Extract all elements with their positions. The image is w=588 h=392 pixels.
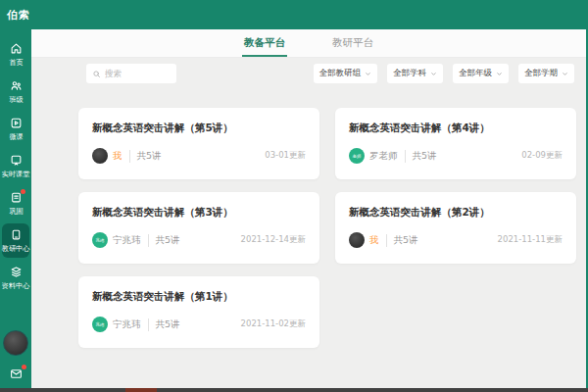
message-button[interactable] xyxy=(9,368,24,380)
course-card-lecture4[interactable]: 新概念英语突击讲解（第4讲） 老师 罗老师 共5讲 02-09更新 xyxy=(335,108,576,179)
lecture-count: 共5讲 xyxy=(148,234,180,247)
filter-grade[interactable]: 全部年级 xyxy=(453,64,509,83)
filter-subject[interactable]: 全部学科 xyxy=(387,64,443,83)
sidebar-item-label: 微课 xyxy=(9,132,23,142)
chevron-down-icon xyxy=(430,71,437,77)
author-avatar xyxy=(349,232,365,248)
author-avatar: 老师 xyxy=(349,148,365,164)
course-title: 新概念英语突击讲解（第2讲） xyxy=(349,206,563,220)
sidebar-item-consolidate[interactable]: 巩固 xyxy=(2,186,29,220)
chevron-down-icon xyxy=(562,71,568,77)
search-icon xyxy=(92,70,101,78)
author-avatar: 兆玮 xyxy=(92,232,108,248)
class-group-icon xyxy=(10,79,23,92)
sidebar-item-label: 教研中心 xyxy=(2,244,30,254)
sidebar-item-label: 实时课堂 xyxy=(2,170,30,179)
tab-label: 教研平台 xyxy=(332,36,373,50)
filter-label: 全部年级 xyxy=(459,68,492,79)
notebook-icon xyxy=(10,191,23,204)
course-card-lecture3[interactable]: 新概念英语突击讲解（第3讲） 兆玮 宁兆玮 共5讲 2021-12-14更新 xyxy=(78,192,319,264)
course-title: 新概念英语突击讲解（第5讲） xyxy=(92,122,306,135)
user-avatar[interactable] xyxy=(3,330,28,356)
sidebar-item-label: 资料中心 xyxy=(2,281,30,291)
filter-toolbar: 全部教研组 全部学科 全部年级 全部学期 xyxy=(86,64,574,83)
updated-date: 02-09更新 xyxy=(521,150,563,162)
author-avatar: 兆玮 xyxy=(92,317,108,332)
author-name: 宁兆玮 xyxy=(113,234,141,247)
sidebar-nav: 首页 班级 微课 实时课堂 xyxy=(0,37,31,298)
course-card-lecture5[interactable]: 新概念英语突击讲解（第5讲） 我 共5讲 03-01更新 xyxy=(78,108,319,179)
sidebar-item-materials-center[interactable]: 资料中心 xyxy=(2,261,29,295)
home-icon xyxy=(10,42,23,55)
avatar-initials: 兆玮 xyxy=(96,322,105,327)
bottom-bar-accent xyxy=(125,388,157,392)
message-notification-dot xyxy=(22,365,26,369)
sidebar: 伯索 首页 班级 微课 xyxy=(0,0,31,392)
sidebar-item-research-center[interactable]: 教研中心 xyxy=(2,223,29,258)
course-card-grid: 新概念英语突击讲解（第5讲） 我 共5讲 03-01更新 新概念英语突击讲解（第… xyxy=(78,108,576,348)
sidebar-item-label: 巩固 xyxy=(9,207,23,217)
author-name: 罗老师 xyxy=(369,150,398,163)
filter-group: 全部教研组 全部学科 全部年级 全部学期 xyxy=(314,64,575,83)
course-meta: 兆玮 宁兆玮 共5讲 2021-12-14更新 xyxy=(92,232,306,248)
filter-research-group[interactable]: 全部教研组 xyxy=(314,64,378,83)
course-title: 新概念英语突击讲解（第1讲） xyxy=(92,290,306,304)
sidebar-item-live-classroom[interactable]: 实时课堂 xyxy=(2,149,29,183)
sidebar-item-class[interactable]: 班级 xyxy=(2,74,29,109)
tab-label: 教备平台 xyxy=(244,36,285,50)
main-area: 教备平台 教研平台 全部教研组 全部学科 全部年 xyxy=(31,29,586,388)
research-center-icon xyxy=(10,228,23,241)
course-meta: 我 共5讲 2021-11-11更新 xyxy=(349,232,563,248)
course-card-lecture2[interactable]: 新概念英语突击讲解（第2讲） 我 共5讲 2021-11-11更新 xyxy=(335,192,576,264)
tab-teaching-prep-platform[interactable]: 教备平台 xyxy=(242,29,287,57)
lecture-count: 共5讲 xyxy=(129,150,162,163)
sidebar-item-microlesson[interactable]: 微课 xyxy=(2,112,29,146)
author-name: 宁兆玮 xyxy=(113,318,141,331)
filter-label: 全部学科 xyxy=(393,68,426,79)
app-window: 伯索 首页 班级 微课 xyxy=(0,0,588,392)
window-bottom-bar xyxy=(0,388,588,392)
course-meta: 老师 罗老师 共5讲 02-09更新 xyxy=(349,148,563,164)
course-title: 新概念英语突击讲解（第4讲） xyxy=(349,122,563,135)
author-name: 我 xyxy=(369,234,379,247)
filter-label: 全部学期 xyxy=(524,68,558,79)
micro-lesson-icon xyxy=(10,117,23,129)
updated-date: 03-01更新 xyxy=(265,150,306,162)
course-card-lecture1[interactable]: 新概念英语突击讲解（第1讲） 兆玮 宁兆玮 共5讲 2021-11-02更新 xyxy=(78,276,319,348)
lecture-count: 共5讲 xyxy=(386,234,418,247)
filter-label: 全部教研组 xyxy=(319,68,362,79)
avatar-initials: 老师 xyxy=(353,154,362,159)
message-icon xyxy=(9,368,24,380)
chevron-down-icon xyxy=(496,71,503,77)
chevron-down-icon xyxy=(365,71,371,77)
search-box[interactable] xyxy=(86,64,176,83)
lecture-count: 共5讲 xyxy=(148,318,180,331)
filter-semester[interactable]: 全部学期 xyxy=(518,64,574,83)
lecture-count: 共5讲 xyxy=(405,150,437,163)
search-input[interactable] xyxy=(105,69,173,78)
tab-teaching-research-platform[interactable]: 教研平台 xyxy=(330,29,375,57)
author-name: 我 xyxy=(113,150,122,163)
sidebar-item-home[interactable]: 首页 xyxy=(2,37,29,72)
live-classroom-icon xyxy=(10,154,23,167)
updated-date: 2021-12-14更新 xyxy=(241,234,306,246)
author-avatar xyxy=(92,148,108,164)
course-title: 新概念英语突击讲解（第3讲） xyxy=(92,206,306,220)
avatar-initials: 兆玮 xyxy=(96,238,105,243)
layers-icon xyxy=(10,266,23,278)
platform-tabbar: 教备平台 教研平台 xyxy=(31,29,586,58)
sidebar-bottom xyxy=(3,330,28,392)
updated-date: 2021-11-11更新 xyxy=(498,234,563,246)
top-green-bar xyxy=(0,0,588,29)
brand-logo: 伯索 xyxy=(0,0,31,29)
updated-date: 2021-11-02更新 xyxy=(241,318,306,330)
sidebar-item-label: 班级 xyxy=(9,95,23,105)
sidebar-item-label: 首页 xyxy=(9,58,23,68)
course-meta: 兆玮 宁兆玮 共5讲 2021-11-02更新 xyxy=(92,317,306,332)
course-meta: 我 共5讲 03-01更新 xyxy=(92,148,306,164)
